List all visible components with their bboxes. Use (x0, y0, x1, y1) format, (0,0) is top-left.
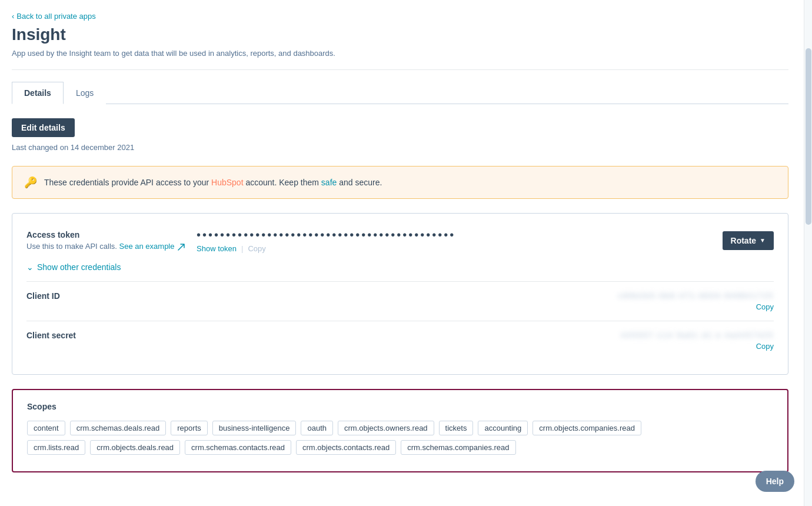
back-to-apps-link[interactable]: ‹ Back to all private apps (12, 12, 788, 21)
scopes-title: Scopes (27, 402, 773, 411)
tab-logs[interactable]: Logs (64, 82, 106, 104)
external-link-icon (178, 244, 185, 251)
chevron-down-icon: ▼ (760, 237, 766, 244)
scopes-row-2: crm.lists.readcrm.objects.deals.readcrm.… (27, 440, 773, 455)
client-secret-copy-link[interactable]: Copy (756, 342, 774, 351)
access-token-subtitle: Use this to make API calls. (26, 242, 117, 251)
tabs-container: Details Logs (12, 82, 788, 104)
scope-badge: accounting (478, 421, 528, 435)
token-separator: | (241, 244, 243, 253)
scope-badge: crm.schemas.contacts.read (185, 440, 291, 455)
client-secret-label: Client secret (26, 331, 115, 340)
scope-badge: crm.objects.companies.read (533, 421, 641, 435)
client-secret-row: Client secret ##5557-11# 9a61 d1 e #a##5… (26, 321, 774, 360)
tab-details[interactable]: Details (12, 82, 64, 104)
scope-badge: crm.objects.owners.read (338, 421, 434, 435)
safe-text: safe (321, 178, 337, 187)
scrollbar[interactable] (804, 0, 812, 506)
client-secret-value: ##5557-11# 9a61 d1 e #a##57425 (621, 331, 774, 339)
scrollbar-thumb[interactable] (806, 48, 811, 225)
rotate-label: Rotate (731, 236, 757, 245)
scope-badge: tickets (439, 421, 474, 435)
help-button[interactable]: Help (756, 471, 794, 492)
edit-details-button[interactable]: Edit details (12, 118, 75, 137)
client-id-value-area: c89b2b5-0b6-471-8604-9498#1725 Copy (618, 291, 774, 311)
scope-badge: content (27, 421, 65, 435)
scopes-section: Scopes contentcrm.schemas.deals.readrepo… (12, 389, 788, 472)
scope-badge: oauth (301, 421, 333, 435)
scope-badge: reports (171, 421, 207, 435)
banner-text-suffix: and secure. (337, 178, 382, 187)
client-id-copy-link[interactable]: Copy (756, 302, 774, 311)
token-value-area: ••••••••••••••••••••••••••••••••••••••••… (197, 228, 710, 253)
last-changed-text: Last changed on 14 december 2021 (12, 143, 788, 152)
credentials-banner: 🔑 These credentials provide API access t… (12, 166, 788, 199)
scope-badge: business-intelligence (212, 421, 297, 435)
scope-badge: crm.schemas.companies.read (401, 440, 515, 455)
token-actions: Show token | Copy (197, 244, 710, 253)
page-title: Insight (12, 25, 788, 44)
scope-badge: crm.objects.deals.read (90, 440, 180, 455)
scopes-row-1: contentcrm.schemas.deals.readreportsbusi… (27, 421, 773, 435)
chevron-left-icon: ‹ (12, 12, 14, 21)
client-id-row: Client ID c89b2b5-0b6-471-8604-9498#1725… (26, 281, 774, 321)
client-id-value: c89b2b5-0b6-471-8604-9498#1725 (618, 291, 774, 300)
scope-badge: crm.schemas.deals.read (70, 421, 167, 435)
access-token-title: Access token (26, 230, 185, 239)
show-token-link[interactable]: Show token (197, 244, 237, 253)
show-other-creds-label: Show other credentials (37, 262, 121, 272)
page-description: App used by the Insight team to get data… (12, 49, 788, 58)
access-token-label-area: Access token Use this to make API calls.… (26, 230, 185, 251)
see-example-link[interactable]: See an example (119, 242, 185, 251)
token-copy-link[interactable]: Copy (248, 244, 265, 253)
client-secret-value-area: ##5557-11# 9a61 d1 e #a##57425 Copy (621, 331, 774, 351)
chevron-down-small-icon: ⌄ (26, 262, 34, 272)
token-dots: ••••••••••••••••••••••••••••••••••••••••… (197, 228, 710, 242)
hubspot-link: HubSpot (211, 178, 243, 187)
access-token-row: Access token Use this to make API calls.… (26, 228, 774, 253)
client-id-label: Client ID (26, 291, 115, 301)
credentials-banner-text: These credentials provide API access to … (44, 178, 382, 187)
scope-badge: crm.lists.read (27, 440, 85, 455)
header-divider (12, 69, 788, 70)
show-other-credentials-toggle[interactable]: ⌄ Show other credentials (26, 262, 774, 272)
banner-text-prefix: These credentials provide API access to … (44, 178, 211, 187)
rotate-button[interactable]: Rotate ▼ (723, 231, 774, 250)
credentials-section: Access token Use this to make API calls.… (12, 213, 788, 375)
back-link-label: Back to all private apps (16, 12, 95, 21)
banner-text-middle: account. Keep them (244, 178, 321, 187)
scope-badge: crm.objects.contacts.read (296, 440, 396, 455)
key-icon: 🔑 (24, 176, 37, 189)
